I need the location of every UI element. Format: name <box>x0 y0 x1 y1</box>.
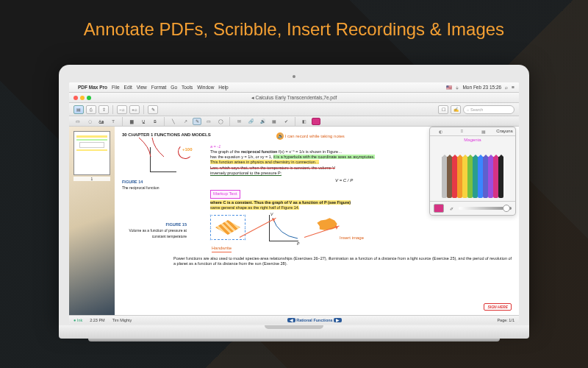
crayon-grid <box>430 144 515 201</box>
crayon-swatch[interactable] <box>442 152 447 198</box>
crayon-swatch[interactable] <box>478 152 483 198</box>
crayon-swatch[interactable] <box>462 152 467 198</box>
thumbnail-page-number: 1 <box>74 177 110 181</box>
main-toolbar: ▤ ⎙ ⇪ −⌕ +⌕ ✎ ☐ ✍ ⌕ Search <box>69 103 519 116</box>
palette-tab-wheel[interactable]: ◐ <box>430 127 451 135</box>
page-thumbnail[interactable] <box>74 131 110 175</box>
audio-caption: I can record while taking notes <box>285 134 345 138</box>
audio-annotation[interactable]: 🔊 I can record while taking notes <box>276 132 345 140</box>
document-title: ◂ Calculus Early Transcendentals,7e.pdf <box>251 95 337 101</box>
eraser-tool[interactable]: ◧ <box>300 118 309 125</box>
color-picker-button[interactable] <box>312 118 320 125</box>
menubar-wifi-icon[interactable]: ⏚ <box>456 85 459 90</box>
rectangle-tool[interactable]: ▭ <box>204 118 213 125</box>
arrow-tool[interactable]: ↗ <box>181 118 190 125</box>
text-tool[interactable]: A̲a̲ <box>97 118 106 125</box>
crayon-swatch[interactable] <box>452 152 457 198</box>
speaker-icon: 🔊 <box>276 132 284 140</box>
select-tool[interactable]: ▭ <box>74 118 82 125</box>
laptop-foot <box>88 339 500 342</box>
menu-file[interactable]: File <box>112 85 119 90</box>
laptop-base <box>59 325 529 339</box>
camera-dot <box>293 75 295 78</box>
menu-go[interactable]: Go <box>171 85 177 90</box>
app-menu[interactable]: PDF Max Pro <box>78 85 107 90</box>
status-user: Tim Mighty <box>112 318 132 322</box>
palette-tab-sliders[interactable]: ≡ <box>451 127 473 135</box>
page-indicator: Page: 1/1 <box>497 318 514 322</box>
menubar-spotlight-icon[interactable]: ⌕ <box>505 85 508 90</box>
app-screen: PDF Max Pro File Edit View Format Go Too… <box>69 82 519 324</box>
crayon-swatch[interactable] <box>447 152 452 198</box>
thumbnail-sidebar[interactable]: 1 <box>69 127 115 315</box>
eyedropper-icon[interactable]: ✐ <box>447 205 456 212</box>
window-titlebar[interactable]: ◂ Calculus Early Transcendentals,7e.pdf <box>69 93 519 103</box>
laptop-mockup: PDF Max Pro File Edit View Format Go Too… <box>59 65 529 342</box>
strikeout-text: Law, which says that, when the temperatu… <box>210 166 335 170</box>
menubar-flag-icon[interactable]: 🇺🇸 <box>446 85 452 91</box>
lasso-tool[interactable]: ◌ <box>85 118 94 125</box>
stamp-tool[interactable]: ✔ <box>282 118 290 125</box>
ellipse-tool[interactable]: ◯ <box>216 118 225 125</box>
form-button[interactable]: ☐ <box>438 105 448 114</box>
selected-color-name: Magenta <box>430 136 515 144</box>
underline-tool[interactable]: U̲ <box>139 118 148 125</box>
minimize-button[interactable] <box>80 96 85 100</box>
sign-here-stamp[interactable]: SIGN HERE <box>484 303 512 311</box>
figure-14-graph <box>150 147 176 172</box>
menu-window[interactable]: Window <box>197 85 214 90</box>
strikeout-tool[interactable]: S̶ <box>151 118 159 125</box>
palette-tab-crayons[interactable]: Crayons <box>494 127 515 135</box>
note-tool[interactable]: ✉ <box>234 118 243 125</box>
menu-format[interactable]: Format <box>151 85 167 90</box>
crayon-swatch[interactable] <box>493 152 498 198</box>
zoom-in-button[interactable]: +⌕ <box>129 105 140 114</box>
textbox-tool[interactable]: T <box>109 118 118 125</box>
pen-tool[interactable]: ✎ <box>193 118 201 125</box>
menu-view[interactable]: View <box>137 85 147 90</box>
menubar-notifications-icon[interactable]: ≡ <box>512 85 514 90</box>
crayon-swatch[interactable] <box>483 152 488 198</box>
menu-edit[interactable]: Edit <box>124 85 132 90</box>
opacity-slider[interactable] <box>459 207 512 210</box>
next-section-button[interactable]: ▶ <box>334 318 342 322</box>
figure-15-label: FIGURE 15 Volume as a function of pressu… <box>128 222 187 239</box>
menubar-clock[interactable]: Mon Feb 23 15:26 <box>462 85 501 90</box>
status-time: 2:23 PM <box>90 318 104 322</box>
formula-vcp: V = C / P <box>335 178 353 184</box>
menu-help[interactable]: Help <box>218 85 228 90</box>
close-button[interactable] <box>74 96 78 100</box>
palette-tab-spectrum[interactable]: ▦ <box>473 127 494 135</box>
zoom-out-button[interactable]: −⌕ <box>117 105 127 114</box>
insert-image-label[interactable]: Insert image <box>340 236 364 241</box>
line-tool[interactable]: ╲ <box>169 118 178 125</box>
menu-tools[interactable]: Tools <box>182 85 193 90</box>
handwrite-label[interactable]: Handwrite <box>212 246 232 252</box>
crayon-swatch[interactable] <box>457 152 462 198</box>
image-tool[interactable]: ▦ <box>270 118 279 125</box>
signature-button[interactable]: ✍ <box>451 105 461 114</box>
prev-section-button[interactable]: ◀ <box>287 318 295 322</box>
color-picker-panel[interactable]: ◐ ≡ ▦ Crayons Magenta ✐ <box>429 127 516 216</box>
palette-footer: ✐ <box>430 201 515 215</box>
figure-14-label: FIGURE 14 The reciprocal function <box>122 180 159 191</box>
section-name: Rational Functions <box>296 318 333 322</box>
current-swatch[interactable] <box>434 204 444 213</box>
crayon-swatch[interactable] <box>488 152 493 198</box>
marketing-headline: Annotate PDFs, Scribble, Insert Recordin… <box>0 19 588 40</box>
highlight-tool[interactable]: ▆ <box>127 118 136 125</box>
crayon-swatch[interactable] <box>498 152 503 198</box>
edit-button[interactable]: ✎ <box>148 105 158 114</box>
markup-text-annotation[interactable]: Markup Text <box>210 190 240 199</box>
share-button[interactable]: ⇪ <box>98 105 109 114</box>
handwriting-circle[interactable] <box>178 144 193 159</box>
paragraph-3: Power functions are also used to model s… <box>173 256 513 266</box>
crayon-swatch[interactable] <box>473 152 478 198</box>
sidebar-toggle-button[interactable]: ▤ <box>74 105 84 114</box>
search-field[interactable]: ⌕ Search <box>463 105 514 114</box>
link-tool[interactable]: 🔗 <box>246 118 255 125</box>
audio-tool[interactable]: 🔊 <box>258 118 267 125</box>
crayon-swatch[interactable] <box>467 152 473 198</box>
print-button[interactable]: ⎙ <box>86 105 96 114</box>
zoom-button[interactable] <box>87 96 91 100</box>
